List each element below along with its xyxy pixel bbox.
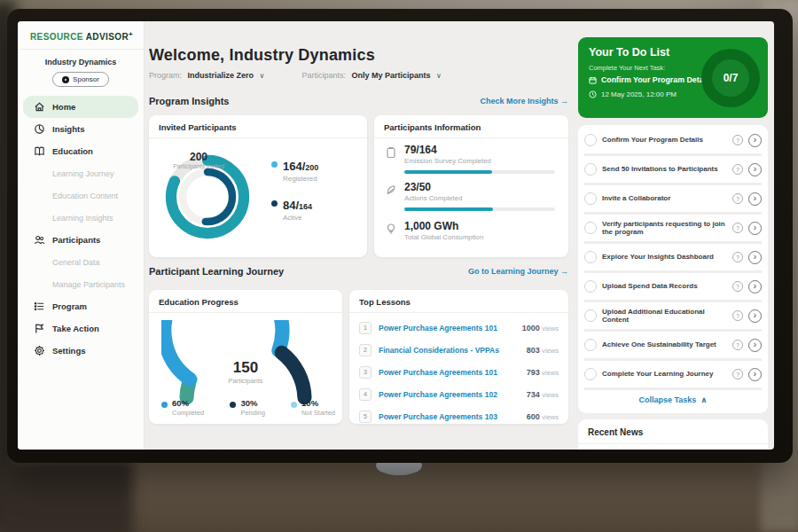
chevron-right-icon[interactable]: › bbox=[748, 134, 762, 147]
checkbox[interactable] bbox=[584, 222, 597, 234]
check-more-insights-link[interactable]: Check More Insights → bbox=[480, 97, 568, 106]
app-window: RESOURCE ADVISOR+ Industry Dynamics Spon… bbox=[18, 21, 774, 450]
sponsor-badge-label: Sponsor bbox=[73, 75, 99, 83]
card-title: Education Progress bbox=[149, 290, 342, 313]
legend-dot bbox=[291, 402, 297, 408]
sidebar-item-label: Take Action bbox=[52, 324, 99, 333]
info-icon[interactable]: ? bbox=[732, 223, 743, 233]
lesson-row: 2 Financial Considerations - VPPAs 803 v… bbox=[349, 339, 568, 361]
sidebar-item-take-action[interactable]: Take Action bbox=[23, 317, 138, 340]
rank-chip: 3 bbox=[359, 366, 372, 379]
todo-item[interactable]: Confirm Your Program Details ? › bbox=[584, 127, 762, 156]
chevron-right-icon[interactable]: › bbox=[748, 339, 762, 352]
recent-news-title: Recent News bbox=[578, 419, 768, 444]
chevron-right-icon[interactable]: › bbox=[748, 222, 762, 235]
sponsor-icon bbox=[62, 76, 69, 83]
info-icon[interactable]: ? bbox=[732, 281, 743, 292]
education-progress-card: Education Progress 150 Participants 60% … bbox=[149, 290, 342, 424]
todo-item[interactable]: Achieve One Sustainability Target ? › bbox=[584, 332, 762, 361]
info-icon[interactable]: ? bbox=[732, 252, 743, 262]
checkbox[interactable] bbox=[584, 309, 597, 322]
stat-global-consumption: 1,000 GWh Total Global Consumption bbox=[385, 220, 483, 241]
home-icon bbox=[34, 101, 45, 113]
sponsor-badge[interactable]: Sponsor bbox=[52, 72, 109, 87]
sidebar-item-label: Learning Journey bbox=[52, 169, 114, 178]
checkbox[interactable] bbox=[584, 280, 597, 293]
sidebar-item-education[interactable]: Education bbox=[23, 140, 138, 162]
card-title: Top Lessons bbox=[349, 290, 568, 313]
sidebar-item-settings[interactable]: Settings bbox=[23, 340, 138, 362]
sidebar-item-learning-journey[interactable]: Learning Journey bbox=[23, 162, 138, 184]
insights-icon bbox=[34, 123, 45, 135]
sidebar-item-program[interactable]: Program bbox=[23, 295, 138, 317]
checkbox[interactable] bbox=[584, 134, 597, 146]
checkbox[interactable] bbox=[584, 192, 597, 205]
todo-item[interactable]: Invite a Collaborator ? › bbox=[584, 185, 762, 215]
lesson-link[interactable]: Power Purchase Agreements 103 bbox=[379, 412, 520, 421]
participants-filter[interactable]: Participants: Only My Participants ∨ bbox=[301, 71, 441, 80]
chevron-right-icon[interactable]: › bbox=[748, 280, 762, 293]
info-icon[interactable]: ? bbox=[732, 193, 743, 204]
info-icon[interactable]: ? bbox=[732, 164, 743, 175]
sidebar-item-insights[interactable]: Insights bbox=[23, 118, 138, 140]
collapse-tasks-link[interactable]: Collapse Tasks ∧ bbox=[584, 390, 762, 410]
info-icon[interactable]: ? bbox=[732, 310, 743, 321]
rank-chip: 1 bbox=[359, 322, 372, 334]
gauge-legend: 60% Completed 30% Pending 10% Not Starte… bbox=[161, 398, 335, 417]
checkbox[interactable] bbox=[584, 251, 597, 263]
arrow-right-icon: → bbox=[560, 97, 568, 106]
lesson-link[interactable]: Financial Considerations - VPPAs bbox=[379, 346, 520, 355]
logo-text-secondary: ADVISOR bbox=[86, 32, 129, 42]
sidebar-item-participants[interactable]: Participants bbox=[23, 229, 138, 251]
sidebar-item-label: General Data bbox=[52, 258, 100, 267]
todo-item[interactable]: Upload Spend Data Records ? › bbox=[584, 273, 762, 302]
take-action-icon bbox=[34, 323, 45, 334]
lesson-link[interactable]: Power Purchase Agreements 101 bbox=[379, 324, 515, 332]
todo-item[interactable]: Explore Your Insights Dashboard ? › bbox=[584, 244, 762, 273]
chevron-right-icon[interactable]: › bbox=[748, 251, 762, 264]
go-to-learning-journey-link[interactable]: Go to Learning Journey → bbox=[468, 267, 568, 276]
chevron-right-icon[interactable]: › bbox=[748, 192, 762, 206]
chevron-right-icon[interactable]: › bbox=[748, 163, 762, 176]
todo-panel: Your To Do List Complete Your Next Task:… bbox=[578, 37, 768, 450]
sidebar-item-general-data[interactable]: General Data bbox=[23, 251, 138, 273]
todo-item[interactable]: Send 50 Invitations to Participants ? › bbox=[584, 156, 762, 185]
chevron-down-icon: ∨ bbox=[260, 72, 265, 80]
program-filter-label: Program: bbox=[149, 71, 182, 80]
invited-participants-card: Invited Participants 200 Participants In… bbox=[149, 115, 367, 257]
sidebar-item-manage-participants[interactable]: Manage Participants bbox=[23, 273, 138, 295]
todo-item[interactable]: Upload Additional Educational Content ? … bbox=[584, 302, 762, 332]
program-list-icon bbox=[34, 301, 45, 312]
sidebar-item-learning-insights[interactable]: Learning Insights bbox=[23, 207, 138, 229]
info-icon[interactable]: ? bbox=[732, 369, 743, 379]
checkbox[interactable] bbox=[584, 339, 597, 351]
sidebar-item-education-content[interactable]: Education Content bbox=[23, 184, 138, 207]
participants-icon bbox=[34, 234, 45, 246]
education-book-icon bbox=[34, 145, 45, 157]
desk-background: RESOURCE ADVISOR+ Industry Dynamics Spon… bbox=[0, 0, 798, 532]
filters-row: Program: Industrialize Zero ∨ Participan… bbox=[149, 71, 442, 80]
progress-fill bbox=[404, 207, 493, 211]
checkbox[interactable] bbox=[584, 368, 597, 380]
sidebar-item-label: Participants bbox=[52, 235, 100, 245]
stat-emission-survey: 79/164 Emission Survey Completed bbox=[385, 144, 491, 165]
program-filter[interactable]: Program: Industrialize Zero ∨ bbox=[149, 71, 264, 80]
info-icon[interactable]: ? bbox=[732, 135, 743, 145]
info-icon[interactable]: ? bbox=[732, 340, 743, 350]
todo-item[interactable]: Verify participants requesting to join t… bbox=[584, 215, 762, 244]
sidebar-item-home[interactable]: Home bbox=[23, 96, 138, 118]
section-title: Participant Learning Journey bbox=[149, 266, 284, 277]
actions-leaf-icon bbox=[385, 184, 397, 196]
top-lessons-card: Top Lessons 1 Power Purchase Agreements … bbox=[349, 290, 568, 424]
todo-item[interactable]: Complete Your Learning Journey ? › bbox=[584, 361, 762, 390]
legend-dot bbox=[161, 402, 168, 408]
todo-progress-ring: 0/7 bbox=[701, 49, 760, 107]
chevron-right-icon[interactable]: › bbox=[748, 309, 762, 323]
legend-dot bbox=[271, 161, 278, 168]
chevron-right-icon[interactable]: › bbox=[748, 368, 762, 381]
lesson-row: 3 Power Purchase Agreements 101 793 view… bbox=[349, 361, 568, 383]
lesson-link[interactable]: Power Purchase Agreements 101 bbox=[379, 368, 520, 377]
checkbox[interactable] bbox=[584, 163, 597, 176]
todo-list: Confirm Your Program Details ? › Send 50… bbox=[578, 125, 768, 413]
lesson-link[interactable]: Power Purchase Agreements 102 bbox=[379, 390, 520, 399]
